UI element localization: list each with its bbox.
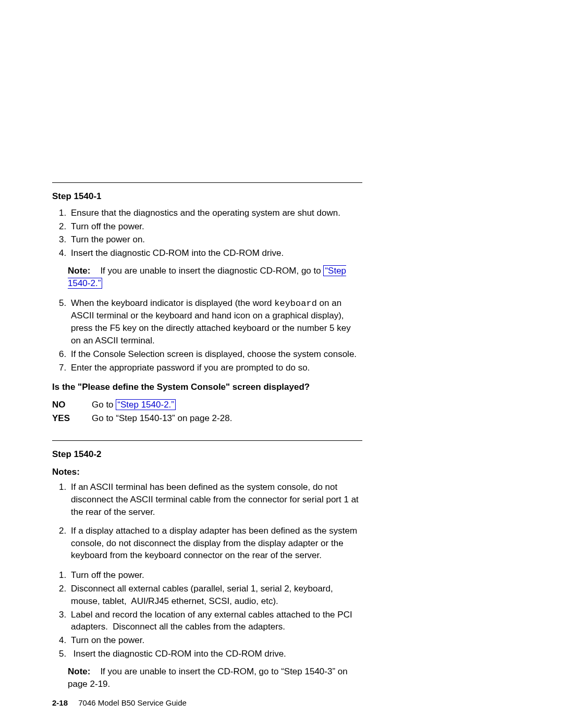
divider-top (52, 182, 362, 183)
step2-notes-list: If an ASCII terminal has been defined as… (52, 481, 362, 562)
note-text: If you are unable to insert the diagnost… (100, 266, 323, 276)
list-item: Ensure that the diagnostics and the oper… (69, 207, 362, 219)
note-label: Note: (68, 266, 90, 276)
step1-note: Note: If you are unable to insert the di… (68, 265, 362, 290)
step1-list-b: When the keyboard indicator is displayed… (52, 297, 362, 374)
answer-no-value: Go to “Step 1540-2.” (92, 399, 362, 411)
list-item: Enter the appropriate password if you ar… (69, 362, 362, 374)
footer-page-number: 2-18 (52, 698, 68, 707)
answer-yes-row: YES Go to “Step 1540-13” on page 2-28. (52, 412, 362, 425)
list-item: If an ASCII terminal has been defined as… (69, 481, 362, 518)
step1-list-a: Ensure that the diagnostics and the oper… (52, 207, 362, 260)
list-item: Insert the diagnostic CD-ROM into the CD… (69, 648, 362, 660)
list-item: Disconnect all external cables (parallel… (69, 583, 362, 608)
answer-yes-label: YES (52, 412, 92, 425)
list-item: Turn on the power. (69, 634, 362, 647)
list-item: Turn off the power. (69, 569, 362, 582)
divider-mid (52, 440, 362, 441)
page-footer: 2-18 7046 Model B50 Service Guide (52, 697, 187, 708)
item5-part-a: When the keyboard indicator is displayed… (71, 298, 274, 308)
step1-question: Is the "Please define the System Console… (52, 381, 362, 393)
list-item: Insert the diagnostic CD-ROM into the CD… (69, 247, 362, 260)
note-text: If you are unable to insert the CD-ROM, … (68, 667, 348, 689)
step2-note: Note: If you are unable to insert the CD… (68, 665, 362, 690)
content-column: Step 1540-1 Ensure that the diagnostics … (52, 182, 362, 690)
answer-yes-value: Go to “Step 1540-13” on page 2-28. (92, 412, 362, 425)
answer-no-row: NO Go to “Step 1540-2.” (52, 399, 362, 411)
list-item: Label and record the location of any ext… (69, 609, 362, 634)
answer-no-text: Go to (92, 400, 116, 410)
link-step-1540-2-b[interactable]: “Step 1540-2.” (116, 399, 176, 410)
item5-keyword: keyboard (274, 299, 317, 309)
page: Step 1540-1 Ensure that the diagnostics … (0, 0, 563, 728)
step2-steps-list: Turn off the power. Disconnect all exter… (52, 569, 362, 660)
list-item: If a display attached to a display adapt… (69, 525, 362, 562)
list-item: When the keyboard indicator is displayed… (69, 297, 362, 347)
step-1540-2-title: Step 1540-2 (52, 448, 362, 461)
step-1540-1-title: Step 1540-1 (52, 190, 362, 203)
note-label: Note: (68, 667, 90, 676)
list-item: If the Console Selection screen is displ… (69, 348, 362, 361)
notes-heading: Notes: (52, 466, 362, 478)
footer-title: 7046 Model B50 Service Guide (78, 698, 187, 707)
answer-no-label: NO (52, 399, 92, 411)
list-item: Turn the power on. (69, 233, 362, 246)
list-item: Turn off the power. (69, 220, 362, 233)
